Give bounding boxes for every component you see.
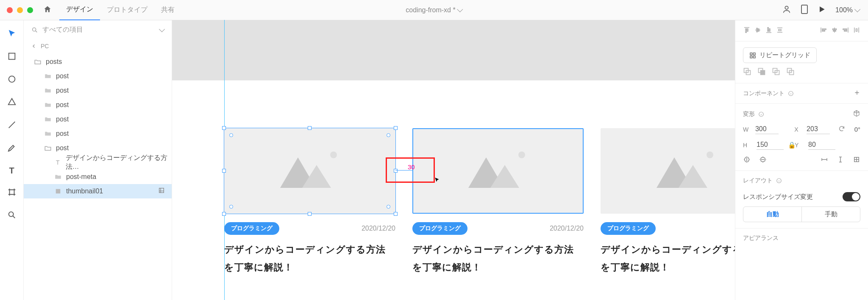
play-icon[interactable] xyxy=(818,5,826,15)
artboard-tool-icon[interactable] xyxy=(7,187,17,198)
boolean-intersect-icon[interactable] xyxy=(772,67,780,77)
line-tool-icon[interactable] xyxy=(7,120,17,131)
width-input[interactable]: 300 xyxy=(755,124,779,134)
edit-icon[interactable] xyxy=(158,187,165,195)
resize-auto[interactable]: 自動 xyxy=(743,207,801,222)
layer-thumbnail-selected[interactable]: thumbnail01 xyxy=(24,184,172,198)
tab-design[interactable]: デザイン xyxy=(59,0,100,20)
corner-radius-handle[interactable] xyxy=(387,205,390,209)
layer-folder-post[interactable]: post xyxy=(24,69,172,83)
maximize-window[interactable] xyxy=(27,7,33,13)
post-date: 2020/12/20 xyxy=(362,225,395,232)
resize-handle[interactable] xyxy=(308,126,312,130)
layer-folder-post[interactable]: post xyxy=(24,127,172,141)
cube-3d-icon[interactable] xyxy=(853,110,860,118)
constraint-vertical-icon[interactable] xyxy=(837,156,844,165)
layer-folder-post-meta[interactable]: post-meta xyxy=(24,170,172,184)
category-pill[interactable]: プログラミング xyxy=(412,222,467,235)
canvas[interactable]: プログラミング 2020/12/20 デザインからコーディングする方法を丁寧に解… xyxy=(172,20,735,300)
align-right-icon[interactable] xyxy=(842,26,849,35)
flip-vertical-icon[interactable] xyxy=(759,156,767,165)
category-pill[interactable]: プログラミング xyxy=(601,222,656,235)
resize-handle[interactable] xyxy=(222,169,226,173)
zoom-level[interactable]: 100% xyxy=(835,6,860,14)
rotate-icon[interactable] xyxy=(838,125,845,133)
thumbnail-placeholder[interactable] xyxy=(412,128,584,214)
minimize-window[interactable] xyxy=(17,7,23,13)
text-tool-icon[interactable]: T xyxy=(9,166,14,176)
align-hcenter-icon[interactable] xyxy=(831,26,838,35)
app-topbar: デザイン プロトタイプ 共有 coding-from-xd * 100% xyxy=(0,0,868,20)
corner-radius-handle[interactable] xyxy=(229,205,233,209)
pen-tool-icon[interactable] xyxy=(7,143,17,154)
rotation-input[interactable]: 0° xyxy=(849,126,860,133)
resize-handle[interactable] xyxy=(222,212,226,216)
breadcrumb-label: PC xyxy=(41,43,49,50)
layer-folder-post-open[interactable]: post xyxy=(24,141,172,155)
layer-folder-post[interactable]: post xyxy=(24,98,172,112)
svg-rect-6 xyxy=(56,189,61,194)
post-card-1[interactable]: プログラミング 2020/12/20 デザインからコーディングする方法を丁寧に解… xyxy=(224,128,395,276)
align-left-icon[interactable] xyxy=(820,26,827,35)
folder-icon xyxy=(44,87,52,94)
document-title[interactable]: coding-from-xd * xyxy=(406,6,462,14)
rectangle-layer-icon xyxy=(54,187,62,195)
align-top-icon[interactable] xyxy=(743,26,751,35)
svg-rect-11 xyxy=(753,56,755,58)
distribute-h-icon[interactable] xyxy=(853,26,860,35)
info-icon[interactable] xyxy=(758,111,764,117)
layers-breadcrumb[interactable]: PC xyxy=(24,39,172,55)
info-icon[interactable] xyxy=(788,91,794,96)
distribute-v-icon[interactable] xyxy=(776,26,784,35)
category-pill[interactable]: プログラミング xyxy=(224,222,279,235)
layer-text[interactable]: Tデザインからコーディングする方法… xyxy=(24,155,172,170)
svg-point-4 xyxy=(8,212,13,217)
add-component-icon[interactable] xyxy=(854,89,860,97)
layout-section-header: レイアウト xyxy=(743,177,860,184)
repeat-grid-button[interactable]: リピートグリッド xyxy=(743,47,817,63)
y-input[interactable]: 80 xyxy=(808,140,835,150)
resize-mode-segmented[interactable]: 自動 手動 xyxy=(743,206,860,222)
close-window[interactable] xyxy=(7,7,13,13)
constraint-horizontal-icon[interactable] xyxy=(821,156,828,165)
boolean-exclude-icon[interactable] xyxy=(786,67,795,77)
polygon-tool-icon[interactable] xyxy=(7,97,17,108)
post-card-2[interactable]: プログラミング 2020/12/20 デザインからコーディングする方法を丁寧に解… xyxy=(412,128,584,276)
layer-folder-post[interactable]: post xyxy=(24,83,172,98)
profile-icon[interactable] xyxy=(782,5,791,16)
rectangle-tool-icon[interactable] xyxy=(7,52,17,63)
resize-handle[interactable] xyxy=(394,212,398,216)
zoom-tool-icon[interactable] xyxy=(7,210,17,221)
layers-search[interactable]: すべての項目 xyxy=(24,20,172,39)
tab-share[interactable]: 共有 xyxy=(154,0,181,20)
resize-handle[interactable] xyxy=(308,212,312,216)
boolean-subtract-icon[interactable] xyxy=(757,67,766,77)
height-input[interactable]: 150 xyxy=(757,140,784,150)
layer-folder-posts[interactable]: posts xyxy=(24,55,172,69)
corner-radius-handle[interactable] xyxy=(387,133,390,137)
lock-aspect-icon[interactable]: 🔒 xyxy=(788,141,790,149)
resize-manual[interactable]: 手動 xyxy=(801,207,860,222)
align-vcenter-icon[interactable] xyxy=(754,26,762,35)
layer-folder-post[interactable]: post xyxy=(24,112,172,127)
ellipse-tool-icon[interactable] xyxy=(7,74,17,85)
tab-prototype[interactable]: プロトタイプ xyxy=(100,0,154,20)
resize-handle[interactable] xyxy=(394,126,398,130)
align-bottom-icon[interactable] xyxy=(765,26,773,35)
select-tool-icon[interactable] xyxy=(7,29,17,40)
x-input[interactable]: 203 xyxy=(807,124,830,134)
svg-rect-1 xyxy=(801,5,807,14)
search-icon xyxy=(31,27,38,33)
corner-radius-handle[interactable] xyxy=(229,133,233,137)
flip-horizontal-icon[interactable] xyxy=(743,156,751,165)
constraint-all-icon[interactable] xyxy=(853,156,860,165)
artboard[interactable]: プログラミング 2020/12/20 デザインからコーディングする方法を丁寧に解… xyxy=(172,80,735,300)
folder-open-icon xyxy=(44,144,52,152)
resize-handle[interactable] xyxy=(222,126,226,130)
boolean-union-icon[interactable] xyxy=(743,67,751,77)
home-icon[interactable] xyxy=(43,5,52,15)
layer-label: post-meta xyxy=(66,173,96,181)
info-icon[interactable] xyxy=(776,178,782,184)
device-preview-icon[interactable] xyxy=(801,4,808,16)
responsive-toggle[interactable] xyxy=(843,192,860,201)
